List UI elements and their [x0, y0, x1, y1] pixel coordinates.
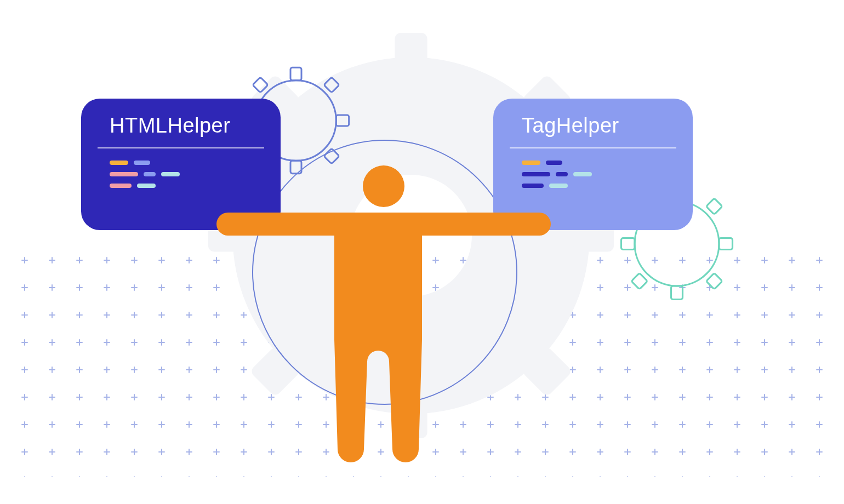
code-line: [522, 184, 693, 188]
svg-rect-24: [706, 198, 722, 215]
code-line: [110, 184, 281, 188]
big-gear-icon: [208, 33, 614, 438]
tag-helper-card: TagHelper: [493, 99, 693, 230]
svg-rect-22: [719, 238, 733, 250]
tag-helper-title: TagHelper: [493, 99, 693, 147]
svg-rect-17: [324, 148, 339, 164]
svg-rect-15: [324, 77, 339, 93]
svg-rect-8: [521, 346, 573, 397]
halo-circle: [252, 140, 517, 405]
code-segment: [522, 184, 544, 188]
svg-rect-11: [290, 161, 301, 173]
code-line: [110, 172, 281, 177]
svg-rect-13: [336, 115, 349, 126]
svg-rect-14: [253, 77, 268, 93]
svg-rect-7: [249, 346, 301, 397]
code-line: [522, 161, 693, 165]
code-snippet-left: [81, 161, 281, 188]
code-segment: [144, 172, 156, 176]
code-line: [110, 161, 281, 165]
svg-point-27: [363, 165, 404, 207]
code-segment: [556, 172, 568, 176]
illustration-stage: HTMLHelper TagHelper: [0, 0, 844, 504]
code-segment: [522, 161, 540, 165]
dotted-plus-grid: [11, 247, 833, 477]
html-helper-title: HTMLHelper: [81, 99, 281, 147]
svg-rect-20: [671, 286, 683, 300]
card-divider: [98, 147, 264, 148]
code-segment: [110, 184, 132, 188]
code-segment: [137, 184, 156, 188]
code-segment: [134, 161, 150, 165]
svg-rect-0: [11, 247, 833, 477]
code-segment: [522, 172, 550, 176]
code-segment: [110, 161, 128, 165]
svg-rect-21: [621, 238, 635, 250]
svg-rect-2: [395, 398, 427, 438]
svg-rect-26: [706, 273, 722, 289]
code-segment: [546, 161, 562, 165]
svg-rect-10: [290, 67, 301, 80]
code-line: [522, 172, 693, 177]
card-divider: [510, 147, 676, 148]
code-snippet-right: [493, 161, 693, 188]
code-segment: [549, 184, 568, 188]
code-segment: [110, 172, 138, 176]
svg-rect-25: [631, 273, 648, 289]
svg-rect-1: [395, 33, 427, 73]
code-segment: [161, 172, 180, 176]
html-helper-card: HTMLHelper: [81, 99, 281, 230]
code-segment: [573, 172, 592, 176]
